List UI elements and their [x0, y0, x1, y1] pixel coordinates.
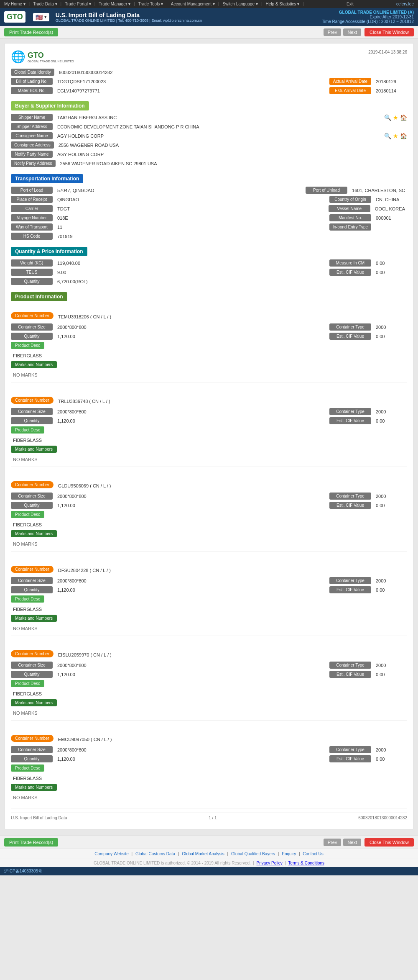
container-number-value: TRLU3836748 ( CN / L / ) [56, 398, 407, 405]
marks-label: Marks and Numbers [11, 361, 57, 368]
nav-trade-manager[interactable]: Trade Manager ▾ [99, 2, 130, 6]
hs-code-row: HS Code 701919 [11, 233, 407, 240]
nav-account-management[interactable]: Account Management ▾ [171, 2, 215, 6]
privacy-policy-link[interactable]: Privacy Policy [257, 861, 283, 865]
global-buyers-link[interactable]: Global Qualified Buyers [231, 852, 275, 856]
card-header: 🌐 GTO GLOBAL TRADE ONLINE LIMITED 2019-0… [11, 50, 407, 64]
container-number-label: Container Number [11, 566, 54, 573]
contact-link[interactable]: Contact Us [303, 852, 323, 856]
container-block: Container Number TRLU3836748 ( CN / L / … [11, 393, 407, 474]
container-type-label: Container Type [329, 323, 371, 331]
container-type-value: 2000 [374, 408, 407, 415]
container-number-value: EMCU9097050 ( CN / L / ) [56, 736, 407, 743]
inbond-label: In-bond Entry Type [329, 223, 371, 231]
prev-button[interactable]: Prev [324, 28, 342, 36]
qty-row: Quantity 6,720.00(ROL) [11, 278, 407, 285]
marks-label-row: Marks and Numbers [11, 784, 407, 793]
nav-exit[interactable]: Exit [347, 2, 354, 6]
carrier-row: Carrier TDGT Vessel Name OOCL KOREA [11, 205, 407, 212]
port-unload-value: 1601, CHARLESTON, SC [350, 187, 407, 194]
marks-label-row: Marks and Numbers [11, 446, 407, 454]
product-desc-value: FIBERGLASS [11, 690, 407, 698]
bottom-prev-button[interactable]: Prev [324, 839, 342, 846]
container-product-label-row: Product Desc [11, 511, 407, 520]
mbol-row: Mater BOL No. EGLV140797279771 Esti. Arr… [11, 87, 407, 94]
country-origin-value: CN, CHINA [374, 196, 407, 203]
nav-trade-data[interactable]: Trade Data ▾ [33, 2, 57, 6]
consignee-star-icon[interactable]: ★ [393, 133, 398, 139]
flag-icon: 🇺🇸 [36, 14, 43, 21]
container-number-label: Container Number [11, 735, 54, 742]
bottom-close-button[interactable]: Close This Window [364, 838, 414, 847]
enquiry-link[interactable]: Enquiry [282, 852, 296, 856]
container-qty-row: Quantity 1,120.00 Estl. CIF Value 0.00 [11, 586, 407, 593]
search-icon[interactable]: 🔍 [384, 114, 391, 121]
copyright-text: GLOBAL TRADE ONLINE LIMITED is authorize… [94, 861, 251, 865]
company-website-link[interactable]: Company Website [94, 852, 129, 856]
consignee-name-label: Consignee Name [11, 132, 53, 139]
nav-trade-portal[interactable]: Trade Portal ▾ [65, 2, 91, 6]
card-timestamp: 2019-01-04 13:38:26 [368, 50, 407, 54]
shipper-name-row: Shipper Name TAIGHAN FIBERGLASS INC 🔍 ★ … [11, 114, 407, 121]
container-qty-value: 1,120.00 [55, 333, 323, 340]
weight-value: 119,040.00 [55, 260, 323, 267]
container-estcif-value: 0.00 [374, 587, 407, 593]
container-block: Container Number EMCU9097050 ( CN / L / … [11, 731, 407, 805]
container-qty-row: Quantity 1,120.00 Estl. CIF Value 0.00 [11, 755, 407, 762]
content-wrap: 🌐 GTO GLOBAL TRADE ONLINE LIMITED 2019-0… [0, 39, 418, 834]
next-button[interactable]: Next [343, 28, 361, 36]
container-size-value: 2000*800*800 [55, 324, 323, 331]
product-desc-label: Product Desc [11, 342, 44, 349]
container-estcif-value: 0.00 [374, 333, 407, 340]
container-type-label: Container Type [329, 662, 371, 669]
print-button[interactable]: Print Trade Record(s) [4, 28, 58, 36]
nav-trade-tools[interactable]: Trade Tools ▾ [138, 2, 163, 6]
star-icon[interactable]: ★ [393, 114, 398, 121]
footer-left: U.S. Import Bill of Lading Data [11, 816, 67, 820]
marks-value: NO MARKS [11, 625, 407, 632]
close-button[interactable]: Close This Window [364, 28, 414, 36]
notify-address-row: Notify Party Address 2556 WAGENER ROAD A… [11, 160, 407, 167]
consignee-home-icon[interactable]: 🏠 [400, 133, 407, 139]
container-divider [11, 467, 407, 467]
flag-select[interactable]: 🇺🇸 ▾ [33, 13, 49, 21]
footer-center: 1 / 1 [209, 816, 217, 820]
consignee-search-icon[interactable]: 🔍 [384, 133, 391, 139]
terms-link[interactable]: Terms & Conditions [288, 861, 324, 865]
transport-row: Way of Transport 11 In-bond Entry Type [11, 223, 407, 231]
nav-switch-language[interactable]: Switch Language ▾ [222, 2, 258, 6]
global-market-link[interactable]: Global Market Analysis [182, 852, 224, 856]
port-load-label: Port of Load [11, 187, 53, 194]
bottom-print-button[interactable]: Print Trade Record(s) [4, 838, 58, 847]
container-qty-label: Quantity [11, 333, 53, 340]
container-number-value: GLDU9506069 ( CN / L / ) [56, 482, 407, 489]
container-block: Container Number EISLU2059970 ( CN / L /… [11, 647, 407, 727]
marks-label: Marks and Numbers [11, 530, 57, 537]
container-divider [11, 551, 407, 552]
hs-code-value: 701919 [55, 233, 407, 240]
container-number-row: Container Number EISLU2059970 ( CN / L /… [11, 650, 407, 659]
container-size-row: Container Size 2000*800*800 Container Ty… [11, 746, 407, 753]
container-size-label: Container Size [11, 408, 53, 415]
bottom-next-button[interactable]: Next [343, 839, 361, 846]
place-receipt-label: Place of Receipt [11, 196, 53, 203]
container-type-value: 2000 [374, 493, 407, 500]
buyer-supplier-section-header: Buyer & Supplier Information [11, 101, 89, 110]
container-estcif-label: Estl. CIF Value [329, 586, 371, 593]
header-right: GLOBAL TRADE ONLINE LIMITED (A) Expire A… [322, 10, 414, 24]
container-type-value: 2000 [374, 662, 407, 669]
container-block: Container Number TEMU3918206 ( CN / L / … [11, 309, 407, 389]
container-number-label: Container Number [11, 312, 54, 319]
logo-box: GTO [4, 11, 25, 23]
product-desc-label: Product Desc [11, 595, 44, 603]
nav-my-home[interactable]: My Home ▾ [4, 2, 25, 6]
container-qty-label: Quantity [11, 755, 53, 762]
product-desc-label: Product Desc [11, 765, 44, 772]
container-estcif-value: 0.00 [374, 418, 407, 424]
home-icon[interactable]: 🏠 [400, 114, 407, 121]
product-desc-value: FIBERGLASS [11, 605, 407, 613]
marks-label: Marks and Numbers [11, 446, 57, 453]
global-customs-link[interactable]: Global Customs Data [135, 852, 175, 856]
nav-help-statistics[interactable]: Help & Statistics ▾ [266, 2, 300, 6]
container-product-label-row: Product Desc [11, 342, 407, 351]
